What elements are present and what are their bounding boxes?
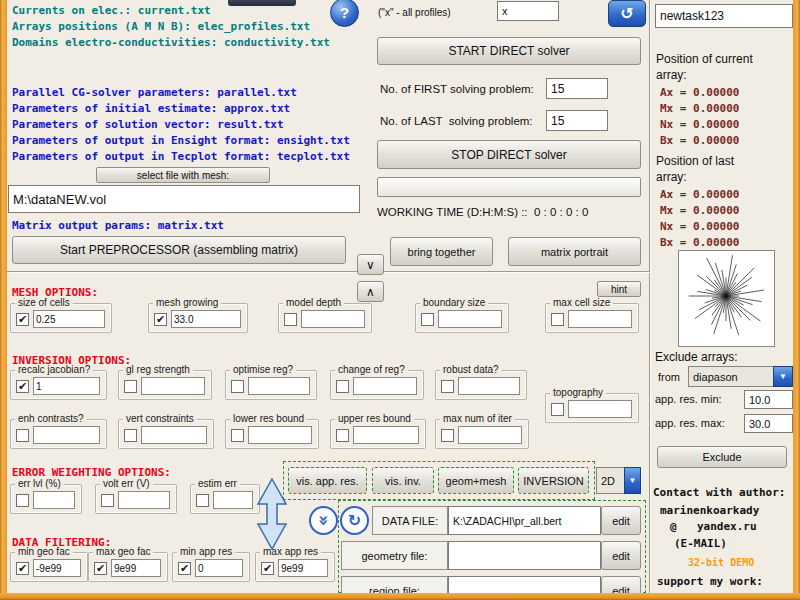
group-label: max geo fac [93, 546, 153, 557]
checkbox[interactable]: ✔ [16, 380, 29, 393]
group-value-input[interactable] [248, 426, 312, 444]
label-conductivities-file: Domains electro-conductivities: conducti… [12, 36, 330, 49]
geom-mesh-button[interactable]: geom+mesh [438, 467, 514, 494]
mesh-file-input[interactable] [8, 185, 360, 213]
group-value-input[interactable] [568, 400, 632, 418]
geometry-file-input[interactable] [448, 541, 601, 570]
checkbox[interactable]: ✔ [16, 562, 29, 575]
group-label: recalc jacobian? [15, 364, 93, 375]
checkbox[interactable] [196, 494, 209, 507]
select-mesh-button[interactable]: select file with mesh: [96, 167, 270, 183]
last-problem-input[interactable] [546, 110, 608, 131]
group-label: estim err [195, 478, 240, 489]
window-border-left [0, 0, 7, 600]
refresh-button[interactable]: ↺ [608, 0, 646, 27]
checkbox[interactable] [231, 380, 244, 393]
group-value-input[interactable] [458, 377, 520, 395]
checkbox[interactable] [336, 380, 349, 393]
window-border-right [793, 0, 800, 600]
group-label: topography [550, 387, 606, 398]
diapason-select[interactable]: diapason [688, 366, 774, 387]
diapason-dropdown-button[interactable]: ▼ [773, 366, 793, 387]
checkbox[interactable]: ✔ [16, 313, 29, 326]
label-result-file: Parameters of solution vector: result.tx… [12, 118, 284, 131]
help-button[interactable]: ? [330, 0, 359, 27]
group-value-input[interactable] [353, 377, 417, 395]
group-value-input[interactable] [248, 377, 310, 395]
group-value-input[interactable] [301, 310, 365, 328]
checkbox[interactable]: ✔ [261, 562, 274, 575]
task-name-input[interactable] [655, 4, 793, 28]
inversion-button[interactable]: INVERSION [518, 467, 589, 494]
checkbox[interactable] [124, 380, 137, 393]
bring-together-button[interactable]: bring together [390, 237, 493, 266]
group-value-input[interactable] [568, 310, 632, 328]
checkbox[interactable] [231, 429, 244, 442]
group-value-input[interactable] [33, 559, 81, 577]
last-array-title: Position of last [656, 154, 734, 168]
last-array-title-2: array: [656, 170, 687, 184]
contact-email-label: (E-MAIL) [674, 537, 727, 550]
group-value-input[interactable] [33, 491, 75, 509]
data-file-input[interactable] [448, 506, 601, 535]
start-direct-solver-button[interactable]: START DIRECT solver [377, 37, 641, 65]
checkbox[interactable] [421, 313, 434, 326]
group-mesh-growing: mesh growing ✔ [148, 303, 248, 333]
profiles-input[interactable] [497, 1, 559, 21]
app-res-min-label: app. res. min: [655, 393, 722, 405]
checkbox[interactable] [441, 429, 454, 442]
group-value-input[interactable] [33, 310, 105, 328]
checkbox[interactable] [284, 313, 297, 326]
vis-app-res-button[interactable]: vis. app. res. [288, 467, 367, 494]
group-value-input[interactable] [141, 377, 205, 395]
group-value-input[interactable] [33, 426, 100, 444]
hint-button[interactable]: hint [597, 281, 641, 297]
group-value-input[interactable] [195, 559, 243, 577]
demo-badge: 32-bit DEMO [688, 557, 754, 568]
checkbox[interactable] [124, 429, 137, 442]
group-value-input[interactable] [171, 310, 241, 328]
collapse-down-button[interactable]: ∨ [357, 254, 384, 275]
stop-direct-solver-button[interactable]: STOP DIRECT solver [377, 140, 641, 169]
checkbox[interactable] [441, 380, 454, 393]
group-value-input[interactable] [353, 426, 419, 444]
checkbox[interactable]: ✔ [154, 313, 167, 326]
group-value-input[interactable] [438, 310, 502, 328]
dimension-select[interactable]: 2D [596, 467, 625, 494]
dimension-dropdown-button[interactable]: ▼ [624, 467, 641, 494]
checkbox[interactable] [101, 494, 114, 507]
last-problem-label: No. of LAST solving problem: [380, 115, 533, 127]
checkbox[interactable] [551, 313, 564, 326]
group-value-input[interactable] [111, 559, 161, 577]
app-res-max-input[interactable] [744, 414, 793, 433]
group-value-input[interactable] [458, 426, 522, 444]
check-mark: ✔ [263, 563, 272, 574]
checkbox[interactable] [16, 494, 29, 507]
first-problem-input[interactable] [546, 78, 608, 99]
group-value-input[interactable] [213, 491, 253, 509]
edit-data-file-button[interactable]: edit [601, 506, 641, 535]
collapse-up-button[interactable]: ∧ [357, 281, 384, 302]
start-preprocessor-button[interactable]: Start PREPROCESSOR (assembling matrix) [12, 236, 346, 264]
group-label: size of cells [15, 297, 73, 308]
check-mark: ✔ [96, 563, 105, 574]
group-max-num-of-iter: max num of iter [435, 419, 529, 449]
group-label: min geo fac [15, 546, 73, 557]
checkbox[interactable] [336, 429, 349, 442]
checkbox[interactable]: ✔ [178, 562, 191, 575]
group-value-input[interactable] [118, 491, 170, 509]
app-res-min-input[interactable] [744, 390, 793, 409]
matrix-portrait-button[interactable]: matrix portrait [508, 237, 641, 266]
group-value-input[interactable] [278, 559, 328, 577]
vis-inv-button[interactable]: vis. inv. [372, 467, 434, 494]
group-value-input[interactable] [33, 377, 100, 395]
exclude-button[interactable]: Exclude [657, 446, 787, 468]
group-value-input[interactable] [141, 426, 207, 444]
move-down-button[interactable]: » [309, 506, 338, 535]
vertical-range-icon[interactable] [257, 478, 287, 550]
checkbox[interactable] [16, 429, 29, 442]
edit-geometry-file-button[interactable]: edit [601, 541, 641, 570]
checkbox[interactable] [551, 403, 564, 416]
checkbox[interactable]: ✔ [94, 562, 107, 575]
group-min-app-res: min app res ✔ [172, 552, 250, 582]
